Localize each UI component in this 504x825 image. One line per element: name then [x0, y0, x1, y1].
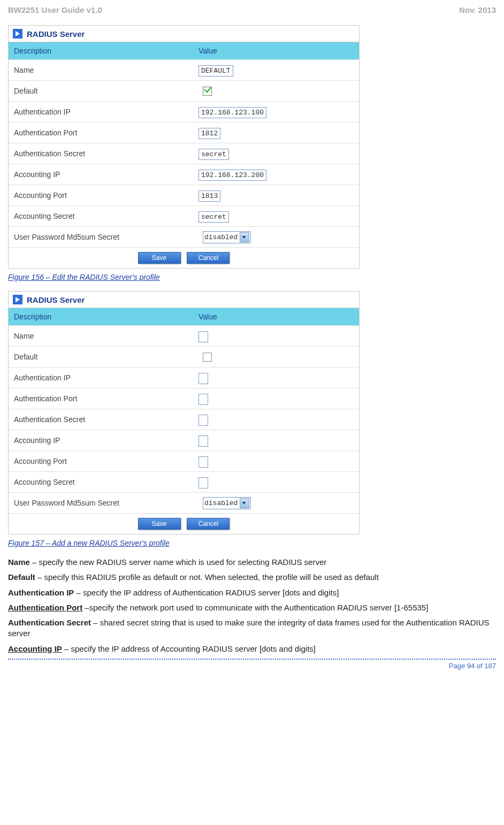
definition-text: – specify the new RADIUS server name whi… [30, 557, 326, 567]
table-row: Accounting Port1813 [9, 185, 359, 205]
row-value-cell: 1812 [193, 125, 359, 141]
text-input[interactable]: 192.168.123.100 [198, 107, 266, 118]
text-input[interactable]: 1812 [198, 128, 220, 139]
table-row: Authentication Secretsecret [9, 143, 359, 164]
definition-term: Authentication Port [8, 603, 82, 612]
arrow-right-icon [13, 29, 22, 39]
text-input[interactable]: DEFAULT [198, 65, 233, 77]
table-row: Authentication IP [9, 367, 359, 388]
cancel-button[interactable]: Cancel [187, 518, 230, 530]
text-input[interactable] [198, 394, 208, 405]
cancel-button[interactable]: Cancel [187, 252, 230, 264]
text-input[interactable]: 1813 [198, 190, 220, 202]
text-input[interactable] [198, 436, 208, 447]
table-row: Authentication IP192.168.123.100 [9, 101, 359, 122]
select-value: disabled [204, 233, 238, 241]
text-input[interactable] [198, 373, 208, 384]
panel-title-bar: RADIUS Server [9, 26, 359, 42]
text-input[interactable] [198, 331, 208, 342]
row-value-cell [193, 83, 359, 99]
table-row: Authentication Port1812 [9, 122, 359, 143]
row-value-cell: 1813 [193, 188, 359, 203]
panel-title-text: RADIUS Server [27, 295, 85, 304]
col-header-description: Description [9, 308, 193, 325]
table-row: Accounting Secret [9, 471, 359, 492]
row-label: Authentication Port [9, 124, 193, 141]
row-label: Authentication Secret [9, 145, 193, 162]
definition-term: Name [8, 557, 30, 567]
row-label: Accounting Port [9, 453, 193, 470]
definition-paragraph: Name – specify the new RADIUS server nam… [8, 557, 496, 568]
definition-term: Accounting IP [8, 644, 62, 653]
panel-title-text: RADIUS Server [27, 29, 85, 39]
row-label: Accounting IP [9, 432, 193, 449]
text-input[interactable] [198, 415, 208, 426]
doc-date: Nov. 2013 [459, 5, 496, 14]
definition-text: – specify this RADIUS profile as default… [35, 572, 379, 582]
radius-panel-add: RADIUS Server Description Value Name Def… [8, 291, 360, 534]
figure-caption-156: Figure 156 – Edit the RADIUS Server's pr… [8, 273, 496, 281]
save-button[interactable]: Save [138, 518, 181, 530]
row-value-cell: 192.168.123.100 [193, 104, 359, 120]
row-label: Accounting Secret [9, 473, 193, 491]
table-row: Authentication Secret [9, 409, 359, 430]
row-value-cell [193, 329, 359, 344]
text-input[interactable]: secret [198, 149, 229, 160]
table-row: User Password Md5sum Secretdisabled [9, 226, 359, 247]
row-value-cell: DEFAULT [193, 63, 359, 78]
col-header-value: Value [193, 42, 359, 59]
row-value-cell [193, 370, 359, 386]
svg-marker-1 [16, 297, 20, 302]
select-value: disabled [204, 499, 238, 507]
definition-term: Default [8, 572, 35, 582]
chevron-down-icon[interactable] [240, 232, 249, 242]
row-label: Authentication IP [9, 369, 193, 386]
definition-paragraph: Accounting IP – specify the IP address o… [8, 644, 496, 654]
text-input[interactable] [198, 456, 208, 468]
definition-text: – specify the IP address of Authenticati… [74, 588, 339, 597]
button-row: Save Cancel [9, 247, 359, 268]
row-value-cell: disabled [193, 228, 359, 247]
table-row: Accounting IP192.168.123.200 [9, 164, 359, 185]
row-value-cell [193, 433, 359, 448]
save-button[interactable]: Save [138, 252, 181, 264]
table-header: Description Value [9, 42, 359, 59]
definition-text: – specify the IP address of Accounting R… [62, 644, 316, 653]
definition-term: Authentication IP [8, 588, 74, 597]
page-header: BW2251 User Guide v1.0 Nov. 2013 [8, 5, 496, 14]
checkbox[interactable] [203, 87, 212, 96]
text-input[interactable] [198, 477, 208, 488]
row-label: Default [9, 82, 193, 100]
table-row: User Password Md5sum Secretdisabled [9, 492, 359, 513]
button-row: Save Cancel [9, 513, 359, 534]
text-input[interactable]: secret [198, 211, 229, 223]
table-row: Default [9, 80, 359, 101]
arrow-right-icon [13, 295, 22, 304]
table-row: NameDEFAULT [9, 59, 359, 80]
row-label: User Password Md5sum Secret [9, 228, 193, 246]
select-dropdown[interactable]: disabled [203, 231, 251, 243]
row-label: Default [9, 348, 193, 365]
definition-paragraph: Default – specify this RADIUS profile as… [8, 572, 496, 583]
table-row: Accounting IP [9, 430, 359, 450]
chevron-down-icon[interactable] [240, 498, 249, 508]
row-value-cell: secret [193, 146, 359, 162]
figure-caption-157: Figure 157 – Add a new RADIUS Server's p… [8, 539, 496, 547]
definition-text: –specify the network port used to commun… [82, 603, 428, 612]
col-header-value: Value [193, 308, 359, 325]
row-value-cell: disabled [193, 494, 359, 513]
definition-paragraph: Authentication IP – specify the IP addre… [8, 587, 496, 598]
text-input[interactable]: 192.168.123.200 [198, 170, 266, 181]
row-label: User Password Md5sum Secret [9, 494, 193, 511]
checkbox[interactable] [203, 353, 212, 362]
table-row: Default [9, 346, 359, 367]
table-row: Accounting Port [9, 450, 359, 471]
table-row: Accounting Secretsecret [9, 205, 359, 226]
select-dropdown[interactable]: disabled [203, 497, 251, 509]
row-value-cell [193, 391, 359, 407]
row-label: Name [9, 62, 193, 79]
page-footer: Page 94 of 187 [8, 659, 496, 670]
row-value-cell [193, 412, 359, 427]
row-value-cell [193, 454, 359, 469]
definition-paragraph: Authentication Secret – shared secret st… [8, 617, 496, 639]
